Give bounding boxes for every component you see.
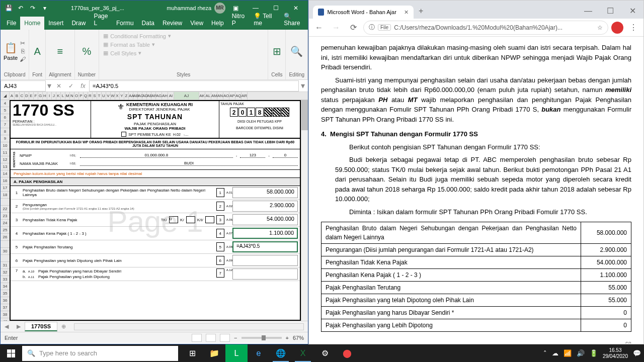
tab-data[interactable]: Data bbox=[138, 17, 158, 30]
spreadsheet-area[interactable]: ◢ABCDEFGHIJKLMNOPQRSTUVWXYZAAABACADAEAFA… bbox=[1, 92, 308, 321]
brush-icon[interactable]: 🖌 bbox=[20, 56, 26, 63]
namebox-dropdown-icon[interactable]: ▾ bbox=[46, 81, 53, 90]
font-icon[interactable]: A bbox=[34, 46, 40, 57]
align-icon[interactable]: ≡ bbox=[57, 46, 63, 57]
reload-icon[interactable]: ⟳ bbox=[346, 23, 360, 32]
npwp-field-1[interactable]: 01.000.000.8 bbox=[80, 153, 233, 158]
profile-avatar[interactable] bbox=[611, 22, 623, 34]
percent-icon[interactable]: % bbox=[83, 46, 92, 57]
sheet-tab-1770ss[interactable]: 1770SS bbox=[25, 322, 57, 331]
view-normal-icon[interactable] bbox=[192, 334, 202, 342]
value-6[interactable] bbox=[232, 255, 298, 266]
user-avatar[interactable]: MR bbox=[214, 3, 225, 14]
tab-draw[interactable]: Draw bbox=[67, 17, 90, 30]
share-button[interactable]: 🔍 Share bbox=[279, 10, 308, 30]
chrome-icon[interactable]: 🌐 bbox=[270, 344, 292, 362]
zoom-slider[interactable] bbox=[242, 337, 282, 339]
formula-input[interactable] bbox=[89, 80, 299, 92]
accept-formula-icon[interactable]: ✓ bbox=[65, 82, 77, 89]
browser-close[interactable]: ✕ bbox=[621, 4, 643, 19]
forward-icon[interactable]: → bbox=[329, 23, 343, 32]
battery-icon[interactable]: 🔋 bbox=[590, 349, 598, 357]
sheet-nav-prev-icon[interactable]: ◀ bbox=[1, 323, 13, 330]
pembetulan-checkbox[interactable] bbox=[121, 132, 126, 137]
tray-up-icon[interactable]: ˄ bbox=[543, 349, 547, 357]
cancel-formula-icon[interactable]: ✕ bbox=[53, 82, 65, 89]
view-break-icon[interactable] bbox=[220, 334, 230, 342]
address-bar[interactable]: ⓘ File C:/Users/rheza/Downloads/1.%20Mod… bbox=[363, 21, 608, 35]
npwp-field-3[interactable]: 0 bbox=[273, 153, 298, 158]
view-layout-icon[interactable] bbox=[206, 334, 216, 342]
notifications-icon[interactable]: 💬 bbox=[633, 349, 641, 357]
conditional-formatting[interactable]: ▦Conditional Formatting▾ bbox=[102, 32, 265, 40]
value-4[interactable]: 1.100.000 bbox=[232, 228, 298, 239]
new-tab-icon[interactable]: + bbox=[414, 4, 428, 19]
document-content[interactable]: pemenuhan kewajiban pajaknya dilakukan m… bbox=[309, 37, 643, 343]
npwp-field-2[interactable]: 123 bbox=[240, 153, 265, 158]
libreoffice-icon[interactable]: L bbox=[225, 344, 248, 362]
browser-minimize[interactable]: — bbox=[577, 4, 599, 19]
user-name[interactable]: muhammad rheza bbox=[167, 5, 211, 11]
tax-year[interactable]: 2018 bbox=[220, 108, 299, 117]
add-sheet-icon[interactable]: ⊕ bbox=[57, 323, 70, 330]
fx-icon[interactable]: fx bbox=[77, 82, 89, 89]
paste-icon[interactable]: 📋 bbox=[5, 42, 17, 54]
nama-field[interactable]: BUDI bbox=[80, 161, 298, 166]
tab-page[interactable]: Page L bbox=[90, 10, 112, 30]
tab-insert[interactable]: Insert bbox=[44, 17, 67, 30]
settings-icon[interactable]: ⚙ bbox=[314, 344, 336, 362]
column-headers[interactable]: ◢ABCDEFGHIJKLMNOPQRSTUVWXYZAAABACADAEAFA… bbox=[1, 92, 308, 100]
excel-icon[interactable]: X bbox=[292, 344, 314, 362]
cut-icon[interactable]: ✂ bbox=[20, 40, 25, 47]
browser-tab[interactable]: Microsoft Word - Bahan Ajar Per ✕ bbox=[313, 6, 414, 19]
tab-nitro[interactable]: Nitro P bbox=[228, 10, 250, 30]
value-1[interactable]: 58.000.000 bbox=[232, 187, 298, 198]
value-3[interactable]: 54.000.000 bbox=[232, 214, 298, 225]
horizontal-scrollbar[interactable] bbox=[74, 323, 304, 330]
qa-icon[interactable]: ▾ bbox=[40, 5, 50, 12]
find-icon[interactable]: 🔍 bbox=[290, 45, 303, 57]
sheet-nav-next-icon[interactable]: ▶ bbox=[13, 323, 25, 330]
name-box[interactable] bbox=[1, 80, 46, 92]
tab-formulas[interactable]: Formu bbox=[112, 17, 138, 30]
zoom-in-icon[interactable]: + bbox=[286, 335, 289, 341]
zoom-out-icon[interactable]: − bbox=[234, 335, 237, 341]
wifi-icon[interactable]: 📶 bbox=[564, 349, 572, 357]
cell-styles[interactable]: ▦Cell Styles▾ bbox=[102, 49, 265, 57]
taskbar-search[interactable]: 🔍Type here to search bbox=[22, 346, 178, 361]
tab-help[interactable]: Help bbox=[207, 17, 228, 30]
zoom-level[interactable]: 67% bbox=[293, 335, 304, 341]
browser-maximize[interactable]: ☐ bbox=[599, 4, 621, 19]
task-view-icon[interactable]: ⊞ bbox=[181, 344, 203, 362]
file-explorer-icon[interactable]: 📁 bbox=[203, 344, 225, 362]
tab-review[interactable]: Review bbox=[158, 17, 186, 30]
copy-icon[interactable]: ⎘ bbox=[21, 48, 25, 55]
value-7[interactable] bbox=[232, 268, 298, 280]
start-button[interactable] bbox=[0, 344, 22, 362]
value-5-editing[interactable]: =AJ43*0.5 bbox=[232, 241, 298, 252]
ie-icon[interactable]: e bbox=[248, 344, 270, 362]
vertical-scrollbar[interactable] bbox=[301, 100, 308, 321]
menu-icon[interactable]: ⋮ bbox=[626, 23, 640, 32]
back-icon[interactable]: ← bbox=[312, 23, 326, 32]
format-as-table[interactable]: ▦Format as Table▾ bbox=[102, 40, 265, 49]
formula-expand-icon[interactable]: ▾ bbox=[301, 81, 308, 90]
tab-file[interactable]: File bbox=[3, 17, 20, 30]
undo-icon[interactable]: ↶ bbox=[16, 5, 26, 12]
save-icon[interactable]: 💾 bbox=[4, 5, 14, 12]
clock[interactable]: 16.5329/04/2020 bbox=[603, 347, 628, 359]
record-icon[interactable]: ⬤ bbox=[336, 344, 358, 362]
row-headers[interactable]: 4567891011121314161718222324252630313233… bbox=[1, 100, 10, 321]
info-icon[interactable]: ⓘ bbox=[369, 23, 375, 32]
redo-icon[interactable]: ↷ bbox=[28, 5, 38, 12]
volume-icon[interactable]: 🔊 bbox=[577, 349, 585, 357]
star-icon[interactable]: ☆ bbox=[597, 24, 603, 31]
cells-icon[interactable]: ⊞ bbox=[273, 45, 281, 57]
tellme-button[interactable]: 💡 Tell me bbox=[250, 10, 279, 30]
value-2[interactable]: 2.900.000 bbox=[232, 201, 298, 212]
tab-view[interactable]: View bbox=[186, 17, 207, 30]
browser-titlebar: Microsoft Word - Bahan Ajar Per ✕ + — ☐ … bbox=[309, 1, 643, 19]
tab-close-icon[interactable]: ✕ bbox=[404, 9, 409, 16]
onedrive-icon[interactable]: ☁ bbox=[552, 349, 558, 357]
tab-home[interactable]: Home bbox=[20, 17, 44, 30]
